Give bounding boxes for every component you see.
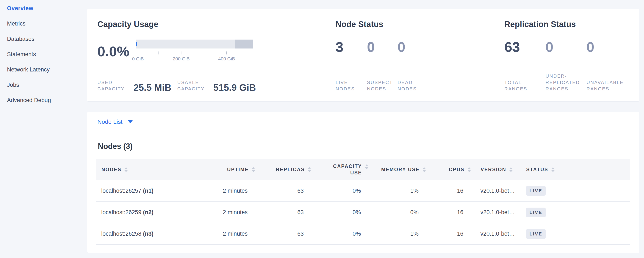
- suspect-nodes-value: 0: [367, 40, 398, 54]
- usable-capacity-label: USABLE CAPACITY: [178, 79, 210, 92]
- dead-nodes-label: DEAD NODES: [398, 79, 423, 92]
- uptime-cell: 2 minutes: [210, 202, 255, 223]
- table-row-node-2[interactable]: localhost:26259 (n2) 2 minutes 63 0% 0% …: [96, 202, 630, 223]
- column-label: CAPACITY USE: [330, 163, 362, 176]
- replication-status-stats: 63 TOTAL RANGES 0 UNDER-REPLICATED RANGE…: [504, 40, 629, 92]
- nodes-table: NODES UPTIME REPLICAS CAPACITY USE MEMOR: [96, 159, 630, 245]
- axis-tick: [136, 51, 136, 54]
- column-label: MEMORY USE: [381, 167, 420, 173]
- column-header-capacity-use[interactable]: CAPACITY USE: [311, 159, 368, 180]
- sort-icon[interactable]: [124, 167, 128, 172]
- under-replicated-ranges-label: UNDER-REPLICATED RANGES: [546, 73, 580, 92]
- node-id: (n2): [143, 209, 154, 215]
- under-replicated-ranges-stat: 0 UNDER-REPLICATED RANGES: [546, 40, 586, 92]
- suspect-nodes-label: SUSPECT NODES: [367, 79, 396, 92]
- cpus-cell: 16: [426, 180, 471, 202]
- cpus-cell: 16: [426, 223, 471, 245]
- usable-capacity-stat: USABLE CAPACITY 515.9 GiB: [178, 79, 256, 92]
- live-nodes-value: 3: [336, 40, 367, 54]
- sort-icon[interactable]: [308, 167, 311, 172]
- sort-icon[interactable]: [365, 164, 368, 169]
- table-header-row: NODES UPTIME REPLICAS CAPACITY USE MEMOR: [96, 159, 630, 180]
- uptime-cell: 2 minutes: [210, 180, 255, 202]
- status-badge: LIVE: [526, 186, 546, 196]
- unavailable-ranges-value: 0: [586, 40, 629, 54]
- capacity-percent-value: 0.0%: [98, 43, 136, 60]
- capacity-use-cell: 0%: [311, 202, 368, 223]
- sidebar-item-metrics[interactable]: Metrics: [7, 20, 87, 27]
- node-address: localhost:26257: [101, 188, 141, 194]
- table-row-node-1[interactable]: localhost:26257 (n1) 2 minutes 63 0% 1% …: [96, 180, 630, 202]
- total-ranges-label: TOTAL RANGES: [504, 79, 530, 92]
- usable-capacity-value: 515.9 GiB: [214, 83, 256, 92]
- replicas-cell: 63: [255, 180, 311, 202]
- column-label: VERSION: [480, 167, 506, 173]
- axis-tick-label: 200 GiB: [173, 56, 190, 62]
- sidebar-item-databases[interactable]: Databases: [7, 35, 87, 43]
- used-capacity-value: 25.5 MiB: [134, 83, 172, 92]
- table-row-node-3[interactable]: localhost:26258 (n3) 2 minutes 63 0% 1% …: [96, 223, 630, 245]
- sidebar-item-network-latency[interactable]: Network Latency: [7, 66, 87, 73]
- sort-icon[interactable]: [468, 167, 471, 172]
- sidebar-item-advanced-debug[interactable]: Advanced Debug: [7, 97, 87, 104]
- status-cell: LIVE: [524, 180, 630, 202]
- uptime-cell: 2 minutes: [210, 223, 255, 245]
- status-badge: LIVE: [526, 208, 546, 217]
- version-cell: v20.1.0-bet…: [471, 180, 524, 202]
- node-status-title: Node Status: [336, 20, 504, 29]
- sort-icon[interactable]: [422, 167, 426, 172]
- axis-tick: [158, 51, 159, 54]
- column-header-nodes[interactable]: NODES: [96, 159, 210, 180]
- capacity-use-cell: 0%: [311, 180, 368, 202]
- axis-tick: [226, 51, 227, 54]
- used-capacity-label: USED CAPACITY: [98, 79, 130, 92]
- axis-tick-label: 400 GiB: [218, 56, 235, 62]
- sort-icon[interactable]: [551, 167, 555, 172]
- column-header-status[interactable]: STATUS: [524, 159, 630, 180]
- axis-tick: [249, 51, 249, 54]
- node-address-cell[interactable]: localhost:26259 (n2): [96, 202, 210, 223]
- dead-nodes-value: 0: [398, 40, 423, 54]
- sidebar-item-overview[interactable]: Overview: [7, 5, 87, 12]
- capacity-use-cell: 0%: [311, 223, 368, 245]
- column-header-uptime[interactable]: UPTIME: [210, 159, 255, 180]
- node-address-cell[interactable]: localhost:26258 (n3): [96, 223, 210, 245]
- version-cell: v20.1.0-bet…: [471, 223, 524, 245]
- version-cell: v20.1.0-bet…: [471, 202, 524, 223]
- status-badge: LIVE: [526, 229, 546, 239]
- cluster-summary-card: Capacity Usage 0.0% 0 GiB 200 GiB: [87, 9, 639, 102]
- column-header-memory-use[interactable]: MEMORY USE: [368, 159, 426, 180]
- sidebar-item-jobs[interactable]: Jobs: [7, 81, 87, 88]
- sidebar-item-statements[interactable]: Statements: [7, 51, 87, 58]
- node-status-section: Node Status 3 LIVE NODES 0 SUSPECT NODES…: [336, 20, 504, 92]
- column-header-version[interactable]: VERSION: [471, 159, 524, 180]
- memory-use-cell: 1%: [368, 223, 426, 245]
- node-address: localhost:26259: [101, 209, 141, 215]
- node-id: (n3): [143, 230, 154, 237]
- sort-icon[interactable]: [252, 167, 255, 172]
- capacity-usage-section: Capacity Usage 0.0% 0 GiB 200 GiB: [98, 20, 336, 92]
- node-address-cell[interactable]: localhost:26257 (n1): [96, 180, 210, 202]
- nodes-table-title: Nodes (3): [98, 142, 630, 151]
- capacity-bar-other-segment: [235, 40, 253, 49]
- replication-status-title: Replication Status: [504, 20, 629, 29]
- dead-nodes-stat: 0 DEAD NODES: [398, 40, 423, 92]
- capacity-usage-title: Capacity Usage: [98, 20, 336, 29]
- column-header-replicas[interactable]: REPLICAS: [255, 159, 311, 180]
- total-ranges-stat: 63 TOTAL RANGES: [504, 40, 546, 92]
- capacity-bar-track: [136, 40, 253, 49]
- status-cell: LIVE: [524, 202, 630, 223]
- suspect-nodes-stat: 0 SUSPECT NODES: [367, 40, 398, 92]
- node-list-card: Node List Nodes (3) NODES UPTIME: [87, 112, 639, 253]
- unavailable-ranges-stat: 0 UNAVAILABLE RANGES: [586, 40, 629, 92]
- column-label: NODES: [102, 167, 121, 173]
- node-id: (n1): [143, 188, 154, 194]
- capacity-bar-used-segment: [136, 42, 137, 46]
- axis-tick-label: 0 GiB: [132, 56, 144, 62]
- capacity-bar-chart: 0 GiB 200 GiB 400 GiB: [136, 40, 255, 63]
- column-header-cpus[interactable]: CPUS: [426, 159, 471, 180]
- view-selector-dropdown[interactable]: Node List: [87, 112, 639, 132]
- replicas-cell: 63: [255, 202, 311, 223]
- replicas-cell: 63: [255, 223, 311, 245]
- sort-icon[interactable]: [509, 167, 513, 172]
